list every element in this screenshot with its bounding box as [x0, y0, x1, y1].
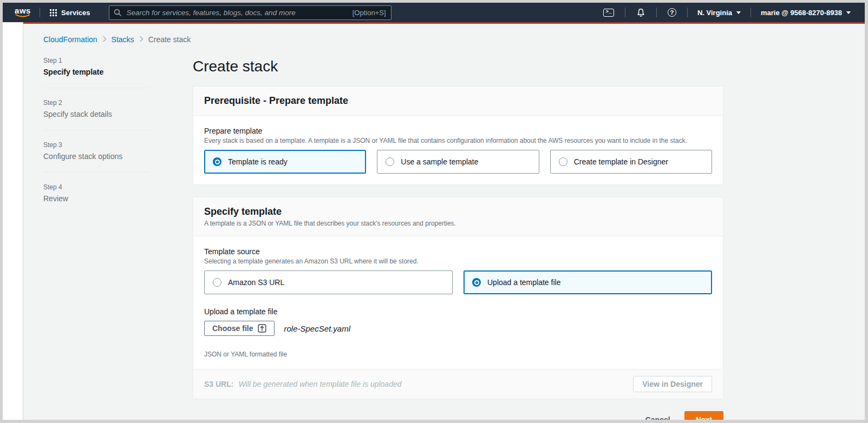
upload-template-file-label: Upload a template file	[204, 307, 712, 316]
radio-unselected-icon	[386, 157, 394, 166]
collapsed-side-panel	[3, 22, 23, 420]
radio-unselected-icon	[559, 157, 567, 166]
wizard-actions: Cancel Next	[193, 411, 723, 420]
nav-divider	[656, 8, 657, 17]
page-title: Create stack	[193, 58, 723, 75]
template-source-label: Template source	[204, 247, 712, 256]
step-divider	[43, 172, 149, 173]
s3-url-row: S3 URL: Will be generated when template …	[204, 380, 402, 388]
search-icon	[114, 9, 122, 19]
bell-icon	[636, 8, 645, 17]
step-number: Step 3	[43, 141, 149, 149]
nav-divider	[687, 8, 688, 17]
prepare-template-description: Every stack is based on a template. A te…	[204, 137, 712, 144]
aws-logo-text: aws	[15, 7, 31, 14]
help-icon: ?	[668, 8, 676, 17]
breadcrumb-cloudformation[interactable]: CloudFormation	[43, 35, 97, 44]
region-label: N. Virginia	[697, 9, 732, 17]
wizard-steps-nav: Step 1 Specify template Step 2 Specify s…	[43, 57, 149, 420]
nav-divider	[750, 8, 751, 17]
step-label: Specify template	[43, 68, 149, 76]
prerequisite-panel: Prerequisite - Prepare template Prepare …	[193, 86, 723, 185]
s3-url-value: Will be generated when template file is …	[238, 380, 401, 388]
step-label: Configure stack options	[43, 152, 149, 161]
step-label: Review	[43, 194, 149, 203]
services-label: Services	[61, 9, 90, 17]
prepare-template-options: Template is ready Use a sample template …	[204, 150, 712, 174]
aws-logo[interactable]: aws	[9, 7, 36, 18]
radio-selected-icon	[472, 278, 481, 287]
step-number: Step 2	[43, 99, 149, 107]
step-item-4[interactable]: Step 4 Review	[43, 183, 149, 203]
body-row: CloudFormation Stacks Create stack Step …	[3, 22, 865, 420]
file-format-hint: JSON or YAML formatted file	[204, 351, 712, 358]
radio-tile-label: Upload a template file	[487, 278, 560, 287]
nav-divider	[625, 8, 625, 17]
step-divider	[43, 88, 149, 88]
grid-icon	[50, 9, 57, 16]
aws-top-nav: aws Services [Option+S] >_	[3, 3, 865, 22]
nav-divider	[40, 8, 40, 17]
prerequisite-panel-header: Prerequisite - Prepare template	[193, 87, 723, 116]
notifications-button[interactable]	[629, 3, 653, 22]
s3-url-label: S3 URL:	[204, 380, 233, 388]
main-content: CloudFormation Stacks Create stack Step …	[23, 22, 865, 420]
breadcrumb: CloudFormation Stacks Create stack	[43, 24, 845, 44]
uploaded-file-name: role-SpecSet.yaml	[284, 324, 350, 333]
radio-tile-label: Create template in Designer	[574, 157, 668, 166]
region-selector[interactable]: N. Virginia	[691, 3, 747, 22]
step-item-2[interactable]: Step 2 Specify stack details	[43, 99, 149, 118]
choose-file-button[interactable]: Choose file	[204, 321, 275, 336]
step-divider	[43, 130, 149, 130]
content-grid: Step 1 Specify template Step 2 Specify s…	[43, 57, 845, 420]
step-number: Step 4	[43, 183, 149, 191]
breadcrumb-current: Create stack	[148, 35, 191, 44]
breadcrumb-stacks[interactable]: Stacks	[112, 35, 134, 44]
prepare-template-label: Prepare template	[204, 127, 712, 135]
specify-template-panel-footer: S3 URL: Will be generated when template …	[193, 369, 723, 399]
next-button[interactable]: Next	[684, 411, 723, 420]
search-shortcut-hint: [Option+S]	[353, 9, 386, 17]
browser-viewport: aws Services [Option+S] >_	[3, 3, 865, 420]
step-item-1[interactable]: Step 1 Specify template	[43, 57, 149, 76]
step-item-3[interactable]: Step 3 Configure stack options	[43, 141, 149, 161]
aws-smile-icon	[15, 14, 31, 18]
radio-tile-upload-template-file[interactable]: Upload a template file	[464, 270, 712, 294]
radio-tile-label: Amazon S3 URL	[228, 278, 284, 287]
cloudshell-button[interactable]: >_	[596, 3, 622, 22]
specify-template-panel-body: Template source Selecting a template gen…	[193, 236, 723, 369]
radio-tile-create-in-designer[interactable]: Create template in Designer	[550, 150, 712, 174]
specify-template-panel-header: Specify template A template is a JSON or…	[193, 197, 723, 236]
services-menu-button[interactable]: Services	[43, 3, 97, 22]
radio-tile-template-is-ready[interactable]: Template is ready	[204, 150, 366, 174]
account-label: marie @ 9568-8270-8938	[761, 9, 842, 17]
specify-template-panel: Specify template A template is a JSON or…	[193, 197, 723, 399]
breadcrumb-separator	[139, 35, 143, 44]
radio-tile-label: Template is ready	[228, 157, 288, 166]
step-label: Specify stack details	[43, 110, 149, 118]
file-upload-row: Choose file role-SpecSet.yaml	[204, 321, 712, 336]
nav-left: aws Services [Option+S]	[9, 3, 391, 22]
chevron-down-icon	[736, 11, 741, 14]
specify-template-panel-subtitle: A template is a JSON or YAML file that d…	[204, 220, 712, 227]
template-source-options: Amazon S3 URL Upload a template file	[204, 270, 712, 294]
breadcrumb-separator	[102, 35, 107, 44]
specify-template-panel-title: Specify template	[204, 206, 712, 217]
upload-icon	[258, 324, 266, 333]
search-input[interactable]	[109, 5, 391, 20]
cloudshell-icon: >_	[603, 9, 614, 17]
nav-right: >_ ? N. Virginia marie @ 9568-8270-8938	[596, 3, 857, 22]
view-in-designer-button[interactable]: View in Designer	[633, 376, 712, 392]
radio-tile-amazon-s3-url[interactable]: Amazon S3 URL	[204, 270, 453, 294]
radio-tile-use-sample-template[interactable]: Use a sample template	[377, 150, 539, 174]
step-number: Step 1	[43, 57, 149, 64]
radio-selected-icon	[213, 157, 221, 166]
search-wrapper: [Option+S]	[109, 5, 391, 20]
prerequisite-panel-title: Prerequisite - Prepare template	[204, 95, 712, 107]
cancel-button[interactable]: Cancel	[645, 415, 670, 420]
template-source-description: Selecting a template generates an Amazon…	[204, 257, 712, 265]
account-menu[interactable]: marie @ 9568-8270-8938	[754, 3, 857, 22]
radio-tile-label: Use a sample template	[401, 157, 478, 166]
help-button[interactable]: ?	[660, 3, 684, 22]
chevron-down-icon	[846, 11, 851, 14]
